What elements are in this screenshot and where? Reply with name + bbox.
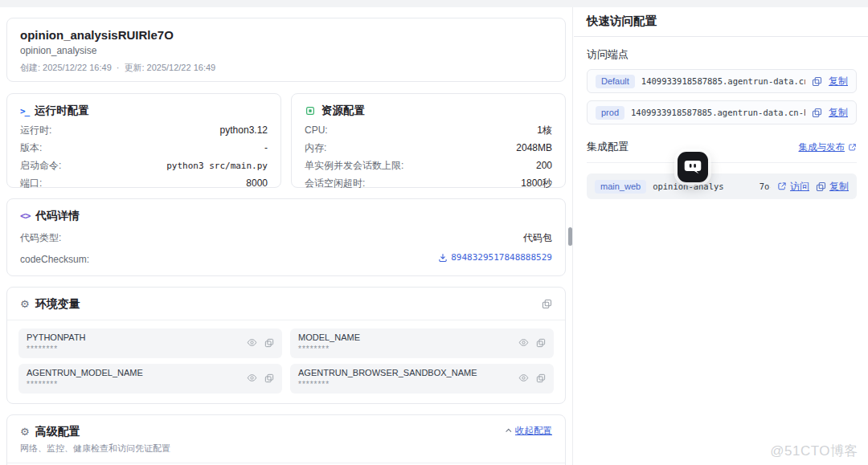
code-icon: <>: [20, 210, 30, 222]
env-var-tile: MODEL_NAME ********: [290, 328, 554, 358]
external-link-icon: [777, 182, 787, 191]
download-icon: [438, 253, 448, 263]
external-link-icon: [848, 143, 857, 152]
idle-timeout-row: 会话空闲超时: 1800秒: [305, 178, 552, 189]
advanced-config-description: 网络、监控、健康检查和访问凭证配置: [7, 439, 565, 463]
reveal-eye-icon[interactable]: [518, 373, 529, 383]
integration-publish-link[interactable]: 集成与发布: [799, 141, 858, 153]
copy-icon[interactable]: [812, 108, 822, 118]
copy-icon: [816, 182, 826, 192]
checksum-download-link[interactable]: 8948329517848888529: [438, 252, 552, 263]
resource-config-title: 资源配置: [321, 104, 365, 118]
gear-icon: ⚙: [20, 298, 30, 310]
terminal-icon: >_: [20, 106, 29, 116]
overview-card: opinion_analysisRUIRle7O opinion_analysi…: [6, 18, 566, 82]
copy-icon[interactable]: [264, 338, 274, 348]
code-details-title: 代码详情: [35, 209, 79, 223]
code-type-row: 代码类型: 代码包: [20, 233, 552, 243]
runtime-row: 运行时: python3.12: [20, 125, 268, 136]
endpoint-url: 1409933918587885.agentrun-data.cn-hangzh…: [641, 76, 805, 86]
copy-icon[interactable]: [536, 338, 546, 348]
runtime-config-card: >_ 运行时配置 运行时: python3.12 版本: - 启动命令: pyt…: [6, 93, 281, 188]
env-var-tile: PYTHONPATH ********: [18, 328, 282, 358]
env-vars-card: ⚙ 环境变量 PYTHONPATH ******** MODEL_NAME **: [6, 287, 566, 404]
reveal-eye-icon[interactable]: [247, 337, 257, 348]
visit-link[interactable]: 访问: [777, 180, 809, 194]
created-updated-meta: 创建: 2025/12/22 16:49 · 更新: 2025/12/22 16…: [20, 63, 552, 73]
advanced-config-title: 高级配置: [35, 425, 80, 439]
env-vars-title: 环境变量: [35, 297, 80, 312]
integration-title: 集成配置: [587, 140, 628, 154]
endpoints-title: 访问端点: [587, 47, 857, 62]
chat-widget-button[interactable]: [678, 152, 708, 182]
updated-at: 更新: 2025/12/22 16:49: [124, 63, 215, 73]
endpoint-badge: prod: [596, 106, 624, 120]
port-row: 端口: 8000: [20, 178, 268, 189]
integration-row-main-web: main_web opinion-analys 7o-web.fcv3.1409…: [587, 173, 857, 199]
copy-icon[interactable]: [812, 76, 822, 87]
endpoint-row-prod: prod 1409933918587885.agentrun-data.cn-h…: [587, 100, 857, 124]
chevron-up-icon: [506, 428, 511, 434]
copy-endpoint-link[interactable]: 复制: [829, 75, 848, 88]
endpoint-badge: Default: [596, 75, 635, 88]
url-gap: [724, 182, 760, 191]
watermark: @51CTO博客: [770, 442, 858, 460]
cpu-chip-icon: [305, 105, 316, 116]
reveal-eye-icon[interactable]: [518, 337, 529, 348]
collapse-config-link[interactable]: 收起配置: [507, 425, 552, 437]
runtime-config-title: 运行时配置: [35, 104, 89, 118]
resource-config-card: 资源配置 CPU: 1核 内存: 2048MB 单实例并发会话数上限: 200 …: [291, 93, 566, 188]
chat-bubble-icon: [682, 157, 703, 177]
memory-row: 内存: 2048MB: [305, 143, 552, 153]
checksum-row: codeChecksum: 8948329517848888529: [20, 252, 552, 265]
integration-url: opinion-analys 7o-web.fcv3.140993391858…: [653, 182, 771, 191]
env-var-tile: AGENTRUN_BROWSER_SANDBOX_NAME ********: [290, 364, 554, 394]
copy-icon[interactable]: [264, 373, 274, 383]
advanced-config-card: ⚙ 高级配置 收起配置 网络、监控、健康检查和访问凭证配置 网络配置 网络模式 …: [6, 414, 566, 465]
env-var-tile: AGENTRUN_MODEL_NAME ********: [18, 364, 282, 394]
copy-integration-link[interactable]: 复制: [816, 180, 849, 194]
cpu-row: CPU: 1核: [305, 125, 552, 136]
reveal-eye-icon[interactable]: [247, 373, 257, 383]
copy-endpoint-link[interactable]: 复制: [829, 106, 848, 120]
quick-access-title: 快速访问配置: [574, 7, 868, 37]
quick-access-panel: 快速访问配置 访问端点 Default 1409933918587885.age…: [574, 7, 868, 465]
created-at: 创建: 2025/12/22 16:49: [20, 63, 112, 73]
main-column: opinion_analysisRUIRle7O opinion_analysi…: [0, 7, 573, 465]
scrollbar-thumb[interactable]: [568, 227, 572, 246]
page-top-strip: [0, 0, 868, 7]
endpoint-row-default: Default 1409933918587885.agentrun-data.c…: [587, 69, 857, 93]
version-row: 版本: -: [20, 143, 268, 153]
page-title: opinion_analysisRUIRle7O: [20, 27, 552, 43]
endpoint-url: 1409933918587885.agentrun-data.cn-hangzh…: [631, 108, 805, 117]
copy-all-env-icon[interactable]: [542, 299, 552, 309]
app-subtitle: opinion_analysise: [20, 45, 552, 57]
gear-icon: ⚙: [20, 426, 30, 438]
meta-separator: ·: [117, 63, 120, 73]
code-details-card: <> 代码详情 代码类型: 代码包 codeChecksum: 89483295…: [6, 198, 566, 276]
start-command-row: 启动命令: python3 src/main.py: [20, 161, 268, 171]
integration-badge: main_web: [595, 180, 646, 194]
concurrency-row: 单实例并发会话数上限: 200: [305, 161, 552, 171]
copy-icon[interactable]: [536, 373, 546, 383]
